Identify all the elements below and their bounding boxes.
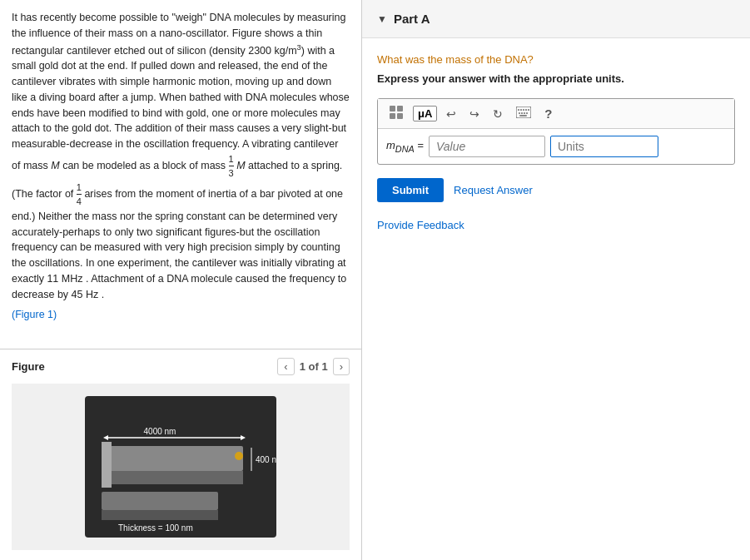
svg-text:4000 nm: 4000 nm (144, 427, 176, 436)
problem-text: It has recently become possible to "weig… (12, 10, 350, 302)
svg-rect-25 (526, 112, 528, 114)
svg-rect-24 (524, 112, 525, 114)
svg-rect-4 (102, 492, 218, 510)
text-scroll-wrapper: It has recently become possible to "weig… (0, 0, 361, 349)
figure-image: 4000 nm 400 nm Thickness = 100 nm (12, 384, 350, 550)
refresh-button[interactable]: ↻ (489, 106, 507, 122)
grid-icon (389, 105, 404, 120)
instructions-text: Express your answer with the appropriate… (377, 72, 735, 85)
units-input[interactable] (550, 136, 658, 157)
svg-rect-2 (102, 442, 112, 488)
request-answer-link[interactable]: Request Answer (454, 184, 533, 196)
question-text: What was the mass of the DNA? (377, 53, 735, 66)
svg-text:Thickness = 100 nm: Thickness = 100 nm (118, 523, 193, 533)
svg-rect-17 (518, 109, 519, 111)
figure-section: Figure ‹ 1 of 1 › (0, 349, 361, 560)
input-label: mDNA = (386, 139, 424, 154)
figure-label: Figure (12, 360, 45, 373)
svg-rect-20 (525, 109, 527, 111)
problem-text-area[interactable]: It has recently become possible to "weig… (0, 0, 361, 349)
left-panel: It has recently become possible to "weig… (0, 0, 362, 560)
mu-button[interactable]: μA (413, 106, 437, 121)
figure-header: Figure ‹ 1 of 1 › (0, 354, 361, 379)
figure-next-button[interactable]: › (333, 358, 350, 375)
svg-rect-21 (528, 109, 529, 111)
figure-nav: ‹ 1 of 1 › (277, 358, 350, 375)
part-header: ▼ Part A (362, 0, 750, 38)
svg-text:400 nm: 400 nm (256, 455, 276, 464)
svg-rect-14 (390, 113, 395, 119)
svg-rect-18 (520, 109, 522, 111)
help-button[interactable]: ? (540, 105, 556, 122)
value-input[interactable] (429, 136, 545, 157)
provide-feedback-link[interactable]: Provide Feedback (377, 219, 735, 231)
svg-rect-13 (397, 106, 403, 112)
grid-icon-button[interactable] (385, 103, 408, 124)
figure-prev-button[interactable]: ‹ (277, 358, 294, 375)
svg-rect-22 (519, 112, 520, 114)
cantilever-svg: 4000 nm 400 nm Thickness = 100 nm (85, 396, 276, 538)
svg-rect-15 (397, 113, 403, 119)
svg-rect-26 (519, 115, 527, 116)
input-row: mDNA = (378, 129, 734, 164)
svg-point-3 (235, 452, 243, 460)
collapse-arrow[interactable]: ▼ (377, 13, 387, 25)
undo-button[interactable]: ↩ (442, 106, 460, 122)
svg-rect-23 (521, 112, 523, 114)
part-content: What was the mass of the DNA? Express yo… (362, 38, 750, 246)
answer-toolbar: μA ↩ ↪ ↻ (378, 99, 734, 129)
figure-ref-link[interactable]: (Figure 1) (12, 307, 350, 323)
redo-button[interactable]: ↪ (465, 106, 484, 122)
action-row: Submit Request Answer (377, 178, 735, 202)
svg-rect-0 (102, 446, 243, 471)
right-panel: ▼ Part A What was the mass of the DNA? E… (362, 0, 750, 560)
svg-rect-5 (102, 510, 218, 520)
figure-page-indicator: 1 of 1 (300, 360, 328, 373)
answer-box: μA ↩ ↪ ↻ (377, 98, 735, 165)
svg-rect-19 (523, 109, 524, 111)
submit-button[interactable]: Submit (377, 178, 444, 202)
keyboard-button[interactable] (512, 105, 535, 122)
svg-rect-1 (102, 471, 243, 484)
keyboard-icon (516, 107, 531, 118)
part-title: Part A (394, 12, 430, 26)
svg-rect-12 (390, 106, 395, 112)
